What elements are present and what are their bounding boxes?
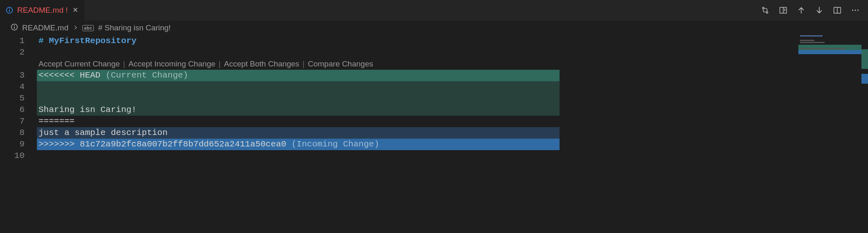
code-line[interactable]	[37, 47, 786, 58]
line-number: 3	[0, 70, 25, 81]
minimap[interactable]	[798, 35, 868, 158]
tab-filename: README.md !	[17, 6, 68, 15]
breadcrumb[interactable]: README.md abc # Sharing isn Caring!	[0, 21, 868, 35]
editor[interactable]: 1 2 3 4 5 6 7 8 9 10 # MyFirstRepository…	[0, 35, 868, 162]
info-icon	[6, 7, 13, 14]
accept-current-link[interactable]: Accept Current Change	[39, 59, 120, 69]
open-preview-icon[interactable]	[778, 5, 789, 16]
md-heading-hash: #	[39, 36, 49, 46]
svg-point-6	[766, 11, 768, 13]
line-number: 9	[0, 139, 25, 150]
accept-both-link[interactable]: Accept Both Changes	[224, 59, 299, 69]
svg-point-2	[9, 8, 10, 9]
tab-readme[interactable]: README.md !	[0, 0, 85, 21]
line-number: 7	[0, 116, 25, 127]
md-heading-text: MyFirstRepository	[49, 36, 136, 46]
svg-point-15	[857, 10, 859, 11]
code-line[interactable]: # MyFirstRepository	[37, 35, 786, 47]
code-line[interactable]: Sharing isn Caring!	[37, 104, 560, 116]
accept-incoming-link[interactable]: Accept Incoming Change	[129, 59, 215, 69]
conflict-head-marker[interactable]: <<<<<<< HEAD (Current Change)	[37, 70, 560, 81]
overview-ruler[interactable]	[861, 21, 868, 233]
compare-changes-link[interactable]: Compare Changes	[308, 59, 373, 69]
conflict-separator[interactable]: =======	[37, 116, 786, 127]
close-icon[interactable]	[72, 7, 79, 14]
svg-point-13	[852, 10, 853, 11]
svg-point-18	[14, 25, 15, 26]
line-numbers: 1 2 3 4 5 6 7 8 9 10	[0, 35, 37, 162]
tab-bar: README.md !	[0, 0, 868, 21]
code-line[interactable]	[37, 81, 560, 93]
symbol-string-icon: abc	[82, 25, 94, 31]
merge-codelens: Accept Current Change | Accept Incoming …	[37, 58, 786, 70]
line-number: 4	[0, 81, 25, 93]
svg-point-14	[855, 10, 856, 11]
breadcrumb-file[interactable]: README.md	[22, 23, 68, 32]
more-actions-icon[interactable]	[850, 5, 861, 16]
arrow-down-icon[interactable]	[814, 5, 825, 16]
line-number: 2	[0, 47, 25, 58]
svg-point-5	[762, 7, 764, 9]
compare-changes-icon[interactable]	[760, 5, 771, 16]
split-editor-icon[interactable]	[832, 5, 843, 16]
editor-actions	[760, 0, 868, 21]
line-number: 1	[0, 35, 25, 47]
line-number: 8	[0, 127, 25, 139]
line-number: 10	[0, 150, 25, 162]
chevron-right-icon	[73, 23, 78, 32]
code-line[interactable]	[37, 93, 560, 104]
breadcrumb-symbol[interactable]: # Sharing isn Caring!	[98, 23, 170, 32]
arrow-up-icon[interactable]	[796, 5, 807, 16]
code-area[interactable]: # MyFirstRepository Accept Current Chang…	[37, 35, 868, 162]
code-line[interactable]: just a sample description	[37, 127, 560, 139]
line-number: 6	[0, 104, 25, 116]
code-line[interactable]	[37, 150, 786, 162]
conflict-incoming-marker[interactable]: >>>>>>> 81c72a9b2fc8a007b2ff8b7dd652a241…	[37, 139, 560, 150]
line-number: 5	[0, 93, 25, 104]
info-icon	[11, 23, 18, 33]
